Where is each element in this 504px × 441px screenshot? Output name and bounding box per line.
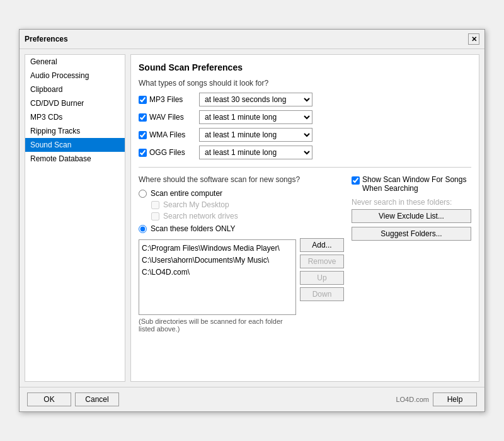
file-type-duration-select-2[interactable]: at least 30 seconds longat least 1 minut… <box>199 128 312 142</box>
ok-button[interactable]: OK <box>27 392 71 406</box>
file-type-duration-select-0[interactable]: at least 30 seconds longat least 1 minut… <box>199 93 312 106</box>
scan-right: Show Scan Window For Songs When Searchin… <box>352 175 471 333</box>
list-item: C:\Program Files\Windows Media Player\ <box>142 243 293 255</box>
sidebar-item-mp3-cds[interactable]: MP3 CDs <box>25 110 125 124</box>
scan-entire-radio[interactable] <box>139 190 147 198</box>
folder-action-buttons: Add... Remove Up Down <box>300 238 344 333</box>
titlebar: Preferences ✕ <box>20 30 484 49</box>
file-type-label-2: WMA Files <box>149 130 185 139</box>
file-type-checkbox-2[interactable] <box>139 131 147 139</box>
file-type-row-0: MP3 Filesat least 30 seconds longat leas… <box>139 93 471 106</box>
search-desktop-checkbox[interactable] <box>151 201 159 209</box>
file-type-row-2: WMA Filesat least 30 seconds longat leas… <box>139 128 471 142</box>
close-button[interactable]: ✕ <box>468 33 479 45</box>
list-item: C:\Users\ahorn\Documents\My Music\ <box>142 255 293 266</box>
logo-text: LO4D.com <box>396 396 429 403</box>
sidebar-item-ripping-tracks[interactable]: Ripping Tracks <box>25 124 125 138</box>
sidebar-item-remote-database[interactable]: Remote Database <box>25 152 125 166</box>
add-button[interactable]: Add... <box>300 238 344 252</box>
folder-list-area: C:\Program Files\Windows Media Player\C:… <box>139 236 296 333</box>
search-network-label: Search network drives <box>163 212 238 220</box>
window-title: Preferences <box>25 35 68 43</box>
file-type-row-1: WAV Filesat least 30 seconds longat leas… <box>139 110 471 124</box>
scan-left: Where should the software scan for new s… <box>139 175 344 333</box>
sidebar-item-audio-processing[interactable]: Audio Processing <box>25 69 125 83</box>
file-types-list: MP3 Filesat least 30 seconds longat leas… <box>139 93 471 159</box>
sidebar-item-general[interactable]: General <box>25 55 125 69</box>
scan-folders-label: Scan these folders ONLY <box>151 224 236 233</box>
bottom-left-buttons: OK Cancel <box>27 392 119 406</box>
bottom-bar: OK Cancel LO4D.com Help <box>20 387 484 411</box>
show-scan-row: Show Scan Window For Songs When Searchin… <box>352 175 471 193</box>
file-type-checkbox-3[interactable] <box>139 149 147 157</box>
divider <box>139 167 471 168</box>
file-type-checkbox-label-2[interactable]: WMA Files <box>139 130 195 139</box>
file-type-checkbox-label-0[interactable]: MP3 Files <box>139 95 195 104</box>
list-item: C:\LO4D.com\ <box>142 266 293 278</box>
file-type-checkbox-0[interactable] <box>139 96 147 104</box>
search-desktop-row: Search My Desktop <box>151 200 344 209</box>
song-types-label: What types of songs should it look for? <box>139 79 471 88</box>
file-type-checkbox-label-3[interactable]: OGG Files <box>139 148 195 157</box>
scan-section: Where should the software scan for new s… <box>139 175 471 333</box>
search-network-row: Search network drives <box>151 212 344 220</box>
suggest-folders-button[interactable]: Suggest Folders... <box>352 227 471 241</box>
scan-folders-radio[interactable] <box>139 225 147 233</box>
sidebar-item-sound-scan[interactable]: Sound Scan <box>25 138 125 152</box>
main-panel: Sound Scan Preferences What types of son… <box>130 54 479 382</box>
scan-entire-label: Scan entire computer <box>151 189 222 198</box>
file-type-checkbox-label-1[interactable]: WAV Files <box>139 113 195 122</box>
file-type-row-3: OGG Filesat least 30 seconds longat leas… <box>139 146 471 159</box>
file-type-duration-select-3[interactable]: at least 30 seconds longat least 1 minut… <box>199 146 312 159</box>
radio-group: Scan entire computer Search My Desktop S… <box>139 189 344 233</box>
file-type-checkbox-1[interactable] <box>139 113 147 122</box>
folder-list[interactable]: C:\Program Files\Windows Media Player\C:… <box>139 239 296 315</box>
show-scan-label: Show Scan Window For Songs When Searchin… <box>362 175 471 193</box>
sidebar-item-clipboard[interactable]: Clipboard <box>25 83 125 96</box>
up-button[interactable]: Up <box>300 271 344 285</box>
content-area: GeneralAudio ProcessingClipboardCD/DVD B… <box>20 49 484 387</box>
bottom-right-area: LO4D.com Help <box>396 392 477 406</box>
file-type-label-0: MP3 Files <box>149 95 183 104</box>
sub-options: Search My Desktop Search network drives <box>151 200 344 220</box>
cancel-button[interactable]: Cancel <box>75 392 119 406</box>
file-type-label-3: OGG Files <box>149 148 185 157</box>
down-button[interactable]: Down <box>300 287 344 301</box>
never-search-label: Never search in these folders: <box>352 198 471 207</box>
sidebar: GeneralAudio ProcessingClipboardCD/DVD B… <box>25 54 125 382</box>
file-type-label-1: WAV Files <box>149 113 184 122</box>
view-exclude-button[interactable]: View Exclude List... <box>352 209 471 223</box>
logo-area: LO4D.com <box>396 396 429 403</box>
preferences-window: Preferences ✕ GeneralAudio ProcessingCli… <box>19 29 485 412</box>
help-button[interactable]: Help <box>433 392 477 406</box>
search-network-checkbox[interactable] <box>151 212 159 220</box>
search-desktop-label: Search My Desktop <box>163 200 229 209</box>
panel-title: Sound Scan Preferences <box>139 62 471 72</box>
remove-button[interactable]: Remove <box>300 255 344 268</box>
show-scan-checkbox[interactable] <box>352 176 360 185</box>
file-type-duration-select-1[interactable]: at least 30 seconds longat least 1 minut… <box>199 110 312 124</box>
scan-location-label: Where should the software scan for new s… <box>139 175 344 184</box>
scan-folders-row: Scan these folders ONLY <box>139 224 344 233</box>
sidebar-item-cd/dvd-burner[interactable]: CD/DVD Burner <box>25 96 125 110</box>
scan-folders-area: C:\Program Files\Windows Media Player\C:… <box>139 236 344 333</box>
scan-entire-row: Scan entire computer <box>139 189 344 198</box>
sub-note: (Sub directories will be scanned for eac… <box>139 318 296 333</box>
